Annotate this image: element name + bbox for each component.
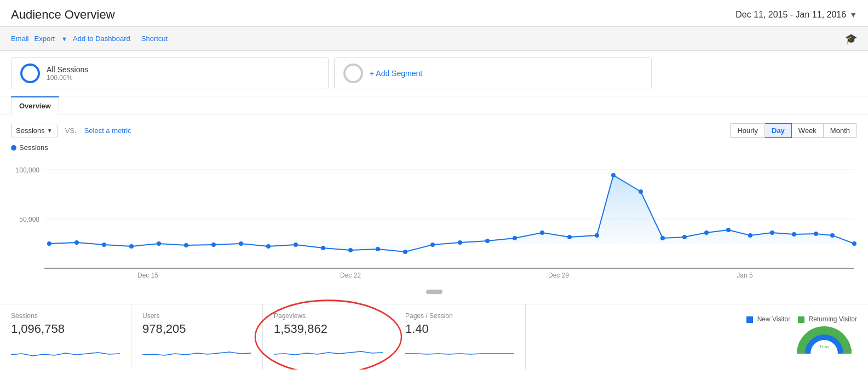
stat-pageviews: Pageviews 1,539,862 xyxy=(263,304,394,370)
chart-wrapper: 100,000 50,000 xyxy=(11,156,857,287)
sessions-chart: 100,000 50,000 xyxy=(11,156,857,287)
svg-point-7 xyxy=(102,243,106,247)
svg-point-26 xyxy=(611,173,616,177)
svg-point-9 xyxy=(157,241,161,246)
svg-point-8 xyxy=(129,244,134,249)
legend-dot-sessions xyxy=(11,145,16,151)
legend-label-sessions: Sessions xyxy=(19,143,48,152)
sessions-dropdown[interactable]: Sessions ▼ xyxy=(11,124,58,137)
sessions-sparkline xyxy=(11,338,120,360)
date-range-selector[interactable]: Dec 11, 2015 - Jan 11, 2016 ▼ xyxy=(735,10,857,20)
tab-overview[interactable]: Overview xyxy=(11,96,59,114)
pps-sparkline xyxy=(405,338,514,360)
pageviews-sparkline xyxy=(274,338,383,360)
export-button[interactable]: Export xyxy=(35,32,61,45)
stat-sessions-value: 1,096,758 xyxy=(11,322,120,336)
new-visitor-color xyxy=(746,316,753,323)
date-range-text: Dec 11, 2015 - Jan 11, 2016 xyxy=(735,10,846,20)
svg-point-13 xyxy=(266,244,271,249)
svg-point-20 xyxy=(458,240,462,245)
svg-point-11 xyxy=(211,243,216,247)
svg-point-33 xyxy=(770,230,774,235)
chart-area: Sessions ▼ VS. Select a metric Hourly Da… xyxy=(0,114,868,304)
stat-users-label: Users xyxy=(142,312,251,320)
vs-label: VS. xyxy=(65,126,77,135)
svg-point-10 xyxy=(184,243,188,247)
svg-text:50,000: 50,000 xyxy=(19,216,39,223)
svg-point-37 xyxy=(852,241,856,246)
add-to-dashboard-button[interactable]: Add to Dashboard xyxy=(67,32,136,45)
sessions-arrow: ▼ xyxy=(47,128,53,134)
visitor-legend: New Visitor Returning Visitor xyxy=(746,315,857,323)
svg-point-25 xyxy=(595,233,599,238)
scroll-bar[interactable] xyxy=(11,290,857,294)
tab-row: Overview xyxy=(0,96,868,114)
users-sparkline xyxy=(142,338,251,360)
svg-text:Titus: Titus xyxy=(819,344,830,349)
stat-pages-per-session: Pages / Session 1.40 xyxy=(394,304,526,370)
new-visitor-label: New Visitor xyxy=(757,315,790,323)
select-metric-link[interactable]: Select a metric xyxy=(84,126,131,135)
scroll-thumb[interactable] xyxy=(426,290,442,294)
returning-visitor-legend: Returning Visitor xyxy=(798,315,857,323)
svg-point-6 xyxy=(74,240,79,245)
export-arrow: ▼ xyxy=(61,36,67,42)
metric-select: Sessions ▼ VS. Select a metric xyxy=(11,124,131,137)
svg-point-31 xyxy=(726,228,731,232)
svg-text:Dec 15: Dec 15 xyxy=(137,272,158,279)
segment-pct: 100.00% xyxy=(47,74,88,82)
svg-text:Dec 29: Dec 29 xyxy=(548,272,569,279)
svg-text:.com: .com xyxy=(844,347,854,352)
svg-point-24 xyxy=(567,235,572,239)
add-segment-box[interactable]: + Add Segment xyxy=(334,57,652,89)
page-title: Audience Overview xyxy=(11,8,115,22)
stat-sessions: Sessions 1,096,758 xyxy=(0,304,131,370)
email-button[interactable]: Email xyxy=(11,32,35,45)
export-dropdown[interactable]: Export ▼ xyxy=(35,32,67,45)
stat-pps-label: Pages / Session xyxy=(405,312,514,320)
svg-point-16 xyxy=(348,248,353,252)
returning-visitor-color xyxy=(798,316,804,323)
stat-sessions-label: Sessions xyxy=(11,312,120,320)
segment-name: All Sessions xyxy=(47,65,88,74)
date-dropdown-arrow: ▼ xyxy=(849,10,857,19)
svg-point-19 xyxy=(430,243,435,247)
svg-point-14 xyxy=(294,243,298,247)
add-segment-label[interactable]: + Add Segment xyxy=(370,69,422,78)
svg-text:Jan 5: Jan 5 xyxy=(737,272,753,279)
segment-all-sessions: All Sessions 100.00% xyxy=(11,57,329,89)
svg-point-36 xyxy=(830,233,835,238)
time-buttons: Hourly Day Week Month xyxy=(730,123,857,138)
stat-users-value: 978,205 xyxy=(142,322,251,336)
segment-circle-icon xyxy=(20,64,40,83)
hourly-button[interactable]: Hourly xyxy=(730,123,765,138)
day-button[interactable]: Day xyxy=(765,123,792,138)
svg-point-12 xyxy=(239,241,243,246)
chart-controls: Sessions ▼ VS. Select a metric Hourly Da… xyxy=(11,123,857,138)
svg-point-27 xyxy=(639,189,643,194)
returning-visitor-label: Returning Visitor xyxy=(809,315,858,323)
svg-point-30 xyxy=(704,230,709,235)
stats-left: Sessions 1,096,758 Users 978,205 Pagevie… xyxy=(0,304,579,370)
week-button[interactable]: Week xyxy=(792,123,824,138)
svg-text:Sarah: Sarah xyxy=(817,334,832,341)
svg-text:Dec 22: Dec 22 xyxy=(340,272,361,279)
svg-point-29 xyxy=(682,235,687,239)
svg-point-34 xyxy=(792,232,796,236)
stat-pageviews-label: Pageviews xyxy=(274,312,383,320)
svg-point-17 xyxy=(376,247,380,251)
svg-point-21 xyxy=(485,239,490,243)
page-header: Audience Overview Dec 11, 2015 - Jan 11,… xyxy=(0,0,868,27)
svg-text:100,000: 100,000 xyxy=(16,166,40,174)
segment-area: All Sessions 100.00% + Add Segment xyxy=(0,51,868,96)
svg-point-28 xyxy=(660,236,665,240)
new-visitor-legend: New Visitor xyxy=(746,315,790,323)
month-button[interactable]: Month xyxy=(824,123,857,138)
shortcut-button[interactable]: Shortcut xyxy=(136,32,173,45)
graduation-cap-icon[interactable]: 🎓 xyxy=(845,33,857,45)
svg-point-18 xyxy=(403,250,407,254)
stats-container: Sessions 1,096,758 Users 978,205 Pagevie… xyxy=(0,304,868,370)
stat-pps-value: 1.40 xyxy=(405,322,514,336)
toolbar: Email Export ▼ Add to Dashboard Shortcut… xyxy=(0,27,868,51)
svg-point-23 xyxy=(540,230,544,235)
